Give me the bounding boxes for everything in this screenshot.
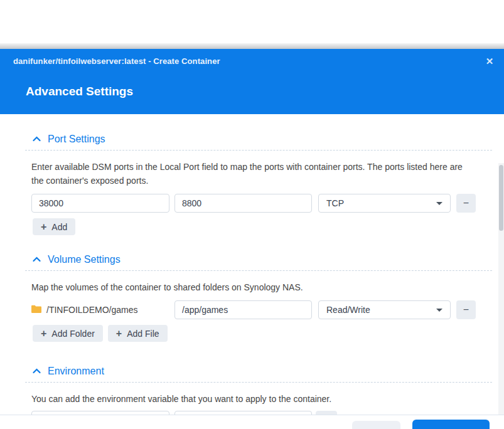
- dialog-footer: [0, 415, 504, 429]
- add-file-button[interactable]: + Add File: [108, 325, 168, 342]
- volume-settings-description: Map the volumes of the container to shar…: [31, 280, 473, 294]
- volume-buttons-row: + Add Folder + Add File: [33, 325, 498, 342]
- add-port-button[interactable]: + Add: [33, 218, 75, 235]
- shared-folder-path: /TINFOILDEMO/games: [46, 305, 137, 315]
- add-folder-button[interactable]: + Add Folder: [33, 325, 103, 342]
- volume-settings-title: Volume Settings: [48, 254, 121, 265]
- page-title: Advanced Settings: [26, 85, 133, 98]
- container-port-input[interactable]: [174, 194, 312, 213]
- volume-mapping-row: /TINFOILDEMO/games Read/Write −: [31, 300, 498, 319]
- permission-select[interactable]: Read/Write: [318, 300, 451, 319]
- close-icon[interactable]: ✕: [483, 55, 496, 68]
- add-folder-label: Add Folder: [51, 329, 94, 339]
- dialog-content: Port Settings Enter available DSM ports …: [0, 114, 498, 415]
- remove-volume-row-button[interactable]: −: [456, 300, 476, 319]
- permission-value: Read/Write: [326, 305, 370, 315]
- chevron-up-icon: [33, 136, 41, 142]
- add-port-label: Add: [51, 222, 67, 232]
- footer-primary-button[interactable]: [412, 420, 490, 429]
- plus-icon: +: [41, 329, 46, 339]
- add-file-label: Add File: [127, 329, 159, 339]
- folder-icon: [31, 304, 41, 315]
- port-mapping-row: TCP −: [31, 194, 498, 213]
- chevron-up-icon: [33, 368, 41, 374]
- port-settings-title: Port Settings: [48, 134, 105, 145]
- chevron-down-icon: [436, 309, 442, 312]
- mount-path-input[interactable]: [174, 300, 312, 319]
- port-add-wrap: + Add: [33, 218, 498, 235]
- create-container-dialog: danifunker/tinfoilwebserver:latest - Cre…: [0, 49, 504, 429]
- local-port-input[interactable]: [31, 194, 169, 213]
- volume-settings-section-toggle[interactable]: Volume Settings: [33, 253, 498, 265]
- plus-icon: +: [41, 222, 46, 232]
- chevron-up-icon: [33, 257, 41, 262]
- dialog-header: danifunker/tinfoilwebserver:latest - Cre…: [0, 49, 504, 114]
- section-divider: [25, 150, 492, 151]
- shared-folder-cell: /TINFOILDEMO/games: [31, 304, 174, 315]
- page: danifunker/tinfoilwebserver:latest - Cre…: [0, 0, 504, 429]
- protocol-select[interactable]: TCP: [318, 194, 451, 213]
- protocol-value: TCP: [326, 198, 344, 208]
- environment-description: You can add the environment variable tha…: [31, 392, 473, 406]
- port-settings-section-toggle[interactable]: Port Settings: [33, 133, 498, 145]
- plus-icon: +: [116, 329, 122, 339]
- chevron-down-icon: [436, 202, 442, 205]
- port-settings-description: Enter available DSM ports in the Local P…: [31, 160, 473, 188]
- section-divider: [25, 270, 492, 271]
- section-divider: [25, 382, 492, 383]
- scrollbar-thumb[interactable]: [499, 165, 503, 231]
- dialog-drop-shadow: [0, 43, 504, 49]
- environment-section-toggle[interactable]: Environment: [33, 365, 498, 377]
- footer-secondary-button[interactable]: [352, 421, 400, 429]
- environment-title: Environment: [48, 366, 104, 377]
- dialog-title: danifunker/tinfoilwebserver:latest - Cre…: [13, 56, 220, 66]
- scrollbar-track[interactable]: [498, 163, 504, 429]
- remove-port-row-button[interactable]: −: [456, 194, 476, 213]
